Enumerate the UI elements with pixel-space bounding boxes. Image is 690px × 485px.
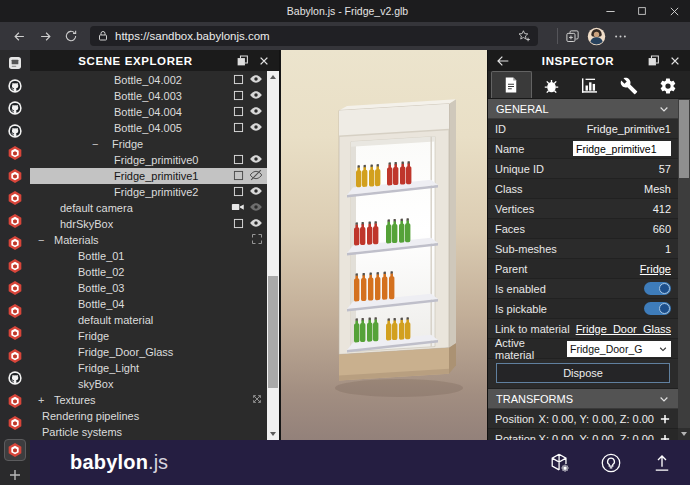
reload-button[interactable] bbox=[60, 25, 82, 47]
scene-node-bottle-04-004[interactable]: Bottle_04.004 bbox=[30, 104, 267, 120]
scene-node-skybox[interactable]: skyBox bbox=[30, 376, 267, 392]
eye-icon[interactable] bbox=[249, 104, 263, 120]
scene-node-fridge-primitive0[interactable]: Fridge_primitive0 bbox=[30, 152, 267, 168]
properties-tab[interactable] bbox=[491, 71, 532, 98]
close-panel-icon[interactable] bbox=[256, 53, 272, 69]
checkbox-icon[interactable] bbox=[232, 105, 245, 120]
scene-explorer-scrollbar[interactable] bbox=[267, 71, 279, 440]
tools-tab[interactable] bbox=[609, 73, 648, 98]
eye-icon[interactable] bbox=[249, 152, 263, 168]
expand-plus-icon[interactable] bbox=[659, 433, 671, 441]
scene-node-default-camera[interactable]: default camera bbox=[30, 200, 267, 216]
browser-tab-github-icon[interactable] bbox=[7, 100, 23, 116]
browser-tab-github-icon[interactable] bbox=[7, 123, 23, 139]
scene-node-materials[interactable]: −Materials bbox=[30, 232, 267, 248]
scene-node-bottle-02[interactable]: Bottle_02 bbox=[30, 264, 267, 280]
active-material-select[interactable]: Fridge_Door_G bbox=[567, 341, 671, 357]
chevron-down-icon[interactable] bbox=[658, 393, 670, 405]
eye-dim-icon[interactable] bbox=[249, 200, 263, 216]
scene-node-fridge-light[interactable]: Fridge_Light bbox=[30, 360, 267, 376]
maximize-button[interactable] bbox=[626, 0, 658, 22]
browser-tab-github-icon[interactable] bbox=[7, 78, 23, 94]
scene-node-default-material[interactable]: default material bbox=[30, 312, 267, 328]
scrollbar-thumb[interactable] bbox=[268, 276, 278, 388]
forward-button[interactable] bbox=[34, 25, 56, 47]
active-browser-tab[interactable] bbox=[4, 439, 26, 461]
undock-panel-icon[interactable] bbox=[234, 53, 250, 69]
eye-icon[interactable] bbox=[249, 88, 263, 104]
profile-avatar[interactable] bbox=[587, 27, 606, 46]
collapse-toggle[interactable]: − bbox=[92, 139, 104, 149]
scrollbar-thumb[interactable] bbox=[679, 100, 689, 178]
inspector-back-icon[interactable] bbox=[495, 53, 511, 69]
scene-node-fridge-primitive2[interactable]: Fridge_primitive2 bbox=[30, 184, 267, 200]
scene-node-fridge-door-glass[interactable]: Fridge_Door_Glass bbox=[30, 344, 267, 360]
checkbox-icon[interactable] bbox=[232, 73, 245, 88]
eye-icon[interactable] bbox=[249, 216, 263, 232]
scene-node-fridge[interactable]: Fridge bbox=[30, 328, 267, 344]
scroll-down-arrow[interactable] bbox=[267, 428, 279, 440]
new-tab-button[interactable] bbox=[7, 467, 23, 483]
browser-tab-babylon-icon[interactable] bbox=[7, 325, 23, 341]
collapse-toggle[interactable]: − bbox=[38, 235, 50, 245]
expand-plus-icon[interactable] bbox=[659, 413, 671, 425]
scene-node-textures[interactable]: +Textures bbox=[30, 392, 267, 408]
browser-tab-babylon-icon[interactable] bbox=[7, 415, 23, 431]
scene-node-rendering-pipelines[interactable]: Rendering pipelines bbox=[30, 408, 267, 424]
scene-node-bottle-04-003[interactable]: Bottle_04.003 bbox=[30, 88, 267, 104]
expand-x-icon[interactable] bbox=[251, 393, 263, 407]
environment-bulb-icon[interactable] bbox=[599, 451, 623, 475]
minimize-button[interactable] bbox=[594, 0, 626, 22]
scroll-up-arrow[interactable] bbox=[267, 71, 279, 83]
is-pickable-toggle[interactable] bbox=[644, 302, 671, 315]
video-icon[interactable] bbox=[231, 200, 245, 216]
checkbox-icon[interactable] bbox=[232, 153, 245, 168]
statistics-tab[interactable] bbox=[571, 73, 610, 98]
checkbox-icon[interactable] bbox=[232, 169, 245, 184]
eye-icon[interactable] bbox=[249, 72, 263, 88]
browser-tab-github-icon[interactable] bbox=[7, 370, 23, 386]
section-header-transforms[interactable]: TRANSFORMS bbox=[488, 389, 678, 409]
is-enabled-toggle[interactable] bbox=[644, 282, 671, 295]
parent-link[interactable]: Fridge bbox=[640, 263, 671, 275]
debug-tab[interactable] bbox=[532, 73, 571, 98]
browser-tab-babylon-icon[interactable] bbox=[7, 348, 23, 364]
close-window-button[interactable] bbox=[658, 0, 690, 22]
section-header-general[interactable]: GENERAL bbox=[488, 99, 678, 119]
checkbox-icon[interactable] bbox=[232, 185, 245, 200]
chevron-down-icon[interactable] bbox=[658, 103, 670, 115]
browser-tab-babylon-icon[interactable] bbox=[7, 235, 23, 251]
eye-slash-icon[interactable] bbox=[249, 168, 263, 184]
dispose-button[interactable]: Dispose bbox=[496, 363, 670, 383]
expand-toggle[interactable]: + bbox=[38, 395, 50, 405]
scene-node-hdrskybox[interactable]: hdrSkyBox bbox=[30, 216, 267, 232]
browser-tab-babylon-icon[interactable] bbox=[7, 168, 23, 184]
fridge-render[interactable] bbox=[281, 50, 488, 440]
browser-tab-babylon-icon[interactable] bbox=[7, 393, 23, 409]
name-input[interactable] bbox=[573, 141, 671, 156]
expand-corners-icon[interactable] bbox=[251, 233, 263, 247]
browser-tab-babylon-icon[interactable] bbox=[7, 213, 23, 229]
scene-node-bottle-04[interactable]: Bottle_04 bbox=[30, 296, 267, 312]
checkbox-icon[interactable] bbox=[232, 121, 245, 136]
scene-node-bottle-04-005[interactable]: Bottle_04.005 bbox=[30, 120, 267, 136]
scene-node-fridge-primitive1[interactable]: Fridge_primitive1 bbox=[30, 168, 267, 184]
close-panel-icon[interactable] bbox=[667, 53, 683, 69]
inspector-toggle-icon[interactable] bbox=[548, 451, 572, 475]
browser-tab-babylon-icon[interactable] bbox=[7, 145, 23, 161]
settings-tab[interactable] bbox=[648, 73, 687, 98]
scene-node-bottle-01[interactable]: Bottle_01 bbox=[30, 248, 267, 264]
scene-node-bottle-04-002[interactable]: Bottle_04.002 bbox=[30, 72, 267, 88]
eye-icon[interactable] bbox=[249, 184, 263, 200]
checkbox-icon[interactable] bbox=[232, 89, 245, 104]
scene-node-bottle-03[interactable]: Bottle_03 bbox=[30, 280, 267, 296]
upload-icon[interactable] bbox=[650, 451, 674, 475]
inspector-scrollbar[interactable] bbox=[678, 99, 690, 440]
browser-tab-babylon-icon[interactable] bbox=[7, 190, 23, 206]
browser-tab-card-icon[interactable] bbox=[7, 55, 23, 71]
url-text[interactable]: https://sandbox.babylonjs.com bbox=[115, 30, 511, 42]
link-to-material-link[interactable]: Fridge_Door_Glass bbox=[576, 323, 671, 335]
3d-viewport[interactable] bbox=[280, 50, 487, 440]
browser-tab-babylon-icon[interactable] bbox=[7, 280, 23, 296]
scroll-down-arrow[interactable] bbox=[678, 428, 690, 440]
